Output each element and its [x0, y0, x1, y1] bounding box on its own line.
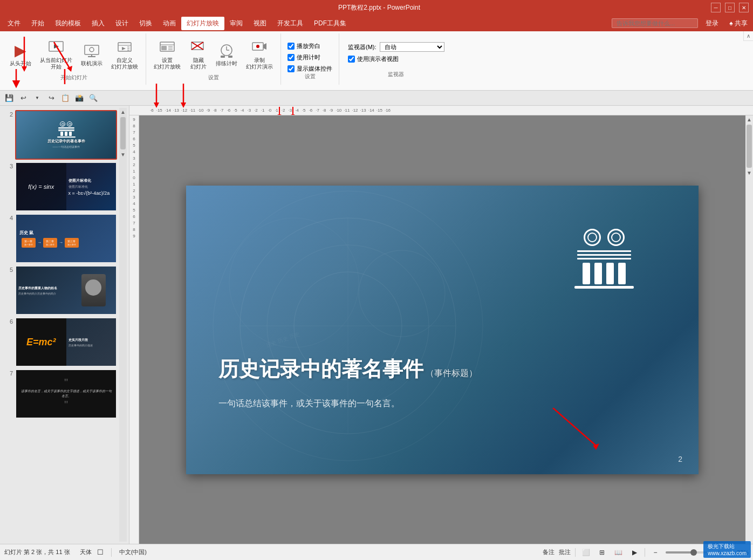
ribbon-group-settings: 设置幻灯片放映 隐藏幻灯片 [146, 33, 281, 85]
menu-pdf[interactable]: PDF工具集 [309, 17, 352, 30]
from-current-button[interactable]: 从当前幻灯片开始 [37, 37, 76, 72]
hide-icon [190, 39, 207, 56]
slide-preview-6[interactable]: E=mc² 史实片段片段 历史事件的简介描述 [15, 317, 117, 367]
custom-show-label: 自定义幻灯片放映 [111, 57, 138, 70]
ribbon-group-checkboxes: 播放旁白 使用计时 显示媒体控件 设置 [281, 33, 339, 85]
slide-thumb-3[interactable]: 3 f(x) = sinx 使图片标准化 使图片标准化 x = -b±√(b²-… [4, 162, 117, 211]
setup-icon [159, 39, 176, 56]
ribbon-group-start: ▶ 从头开始 从当前幻灯片开始 [2, 33, 146, 85]
app-title: PPT教程2.pptx - PowerPoint [47, 3, 711, 12]
slide-content-7: " 该事件的名言，或关于该事件的文字描述，或关于该事件的一句名言。 " [16, 370, 116, 418]
slideshow-btn[interactable]: ▶ [628, 547, 640, 558]
menu-slideshow[interactable]: 幻灯片放映 [181, 17, 224, 30]
slide-quote-text: 一句话总结该事件，或关于该事件的一句名言。 [218, 398, 580, 409]
presenter-checkbox[interactable] [348, 56, 355, 63]
timing-checkbox[interactable] [287, 54, 295, 61]
vertical-ruler: 9876543210123456789 [129, 115, 139, 544]
canvas-scroll-down[interactable]: ▼ [747, 170, 752, 176]
slide-preview-2[interactable]: 历史记录中的著名事件 ——一句话总结该事件 [15, 110, 117, 160]
horizontal-ruler: ·6·15·14·13·12·11·10·9·8·7·6·5·4·3·2·1·0… [129, 106, 753, 115]
menu-insert[interactable]: 插入 [86, 17, 110, 30]
menu-file[interactable]: 文件 [2, 17, 26, 30]
media-checkbox[interactable] [287, 65, 295, 72]
menu-view[interactable]: 视图 [248, 17, 272, 30]
redo-button[interactable]: ↪ [45, 92, 57, 104]
slide-thumb-4[interactable]: 4 历史 鼠 第一章第一章节 → 第二章第二章节 → 第三章第三章节 [4, 214, 117, 263]
search-input[interactable] [612, 18, 698, 28]
use-timing-check[interactable]: 使用计时 [287, 53, 332, 62]
scroll-up-arrow[interactable]: ▲ [120, 109, 126, 115]
slide-sorter-btn[interactable]: ⊞ [596, 547, 608, 558]
menu-animation[interactable]: 动画 [158, 17, 181, 30]
canvas-scroll-thumb[interactable] [747, 125, 752, 168]
zoom-slider[interactable] [666, 551, 709, 554]
slide-preview-4[interactable]: 历史 鼠 第一章第一章节 → 第二章第二章节 → 第三章第三章节 [15, 214, 117, 263]
slide-info: 幻灯片 第 2 张，共 11 张 [4, 548, 70, 556]
canvas-scroll-up[interactable]: ▲ [747, 117, 752, 122]
monitor-select[interactable]: 自动 主显示器 [380, 42, 444, 52]
clipboard-button[interactable]: 📋 [59, 92, 71, 104]
slide-panel-scrollbar[interactable]: ▲ ▼ [119, 108, 127, 542]
maximize-button[interactable]: □ [725, 3, 735, 12]
online-show-label: 联机演示 [81, 60, 102, 67]
online-show-button[interactable]: 联机演示 [78, 40, 106, 69]
slide-thumb-2[interactable]: 2 [4, 110, 117, 160]
slide-thumb-6[interactable]: 6 E=mc² 史实片段片段 历史事件的简介描述 [4, 317, 117, 367]
slide-preview-7[interactable]: " 该事件的名言，或关于该事件的文字描述，或关于该事件的一句名言。 " [15, 369, 117, 419]
play-narration-check[interactable]: 播放旁白 [287, 42, 332, 50]
show-media-check[interactable]: 显示媒体控件 [287, 65, 332, 73]
canvas-scrollbar[interactable]: ▲ ▼ [745, 115, 753, 544]
reading-view-btn[interactable]: 📖 [612, 547, 624, 558]
undo-dropdown[interactable]: ▼ [31, 92, 43, 104]
narration-checkbox[interactable] [287, 43, 295, 50]
play-icon: ▶ [12, 42, 29, 59]
svg-text:历史 历史 历史: 历史 历史 历史 [265, 331, 300, 349]
window-controls[interactable]: ─ □ ✕ [711, 3, 749, 12]
slide-num-6: 6 [4, 317, 13, 325]
slide-preview-5[interactable]: 历史事件的重要人物的姓名 历史事件的简介历史事件的简介 [15, 265, 117, 315]
record-button[interactable]: 录制幻灯片演示 [243, 37, 276, 72]
svg-marker-8 [122, 47, 126, 50]
notes-btn[interactable]: 备注 [543, 548, 555, 556]
svg-rect-2 [85, 45, 99, 54]
setup-button[interactable]: 设置幻灯片放映 [150, 37, 184, 72]
search-qa-button[interactable]: 🔍 [87, 92, 99, 104]
comments-btn[interactable]: 批注 [559, 548, 571, 556]
close-button[interactable]: ✕ [739, 3, 749, 12]
main-slide: 历史 历史 历史 01 01 01 015 015 015 [186, 186, 699, 474]
layout-btn[interactable]: ☐ [97, 548, 104, 556]
quick-access-toolbar: 💾 ↩ ▼ ↪ 📋 📸 🔍 [0, 91, 753, 106]
zoom-out-btn[interactable]: − [649, 547, 661, 558]
slide-thumb-5[interactable]: 5 历史事件的重要人物的姓名 历史事件的简介历史事件的简介 [4, 265, 117, 315]
camera-button[interactable]: 📸 [73, 92, 85, 104]
ribbon-collapse-button[interactable]: ∧ [743, 31, 753, 41]
from-start-button[interactable]: ▶ 从头开始 [6, 40, 35, 69]
slide-preview-3[interactable]: f(x) = sinx 使图片标准化 使图片标准化 x = -b±√(b²-4a… [15, 162, 117, 211]
hide-button[interactable]: 隐藏幻灯片 [186, 37, 210, 72]
minimize-button[interactable]: ─ [711, 3, 721, 12]
presenter-view-check[interactable]: 使用演示者视图 [348, 55, 444, 63]
undo-button[interactable]: ↩ [17, 92, 29, 104]
menu-review[interactable]: 审阅 [224, 17, 248, 30]
slide-num-3: 3 [4, 162, 13, 169]
custom-show-button[interactable]: 自定义幻灯片放映 [108, 37, 141, 72]
menu-design[interactable]: 设计 [110, 17, 134, 30]
menu-template[interactable]: 我的模板 [50, 17, 86, 30]
slide-thumb-7[interactable]: 7 " 该事件的名言，或关于该事件的文字描述，或关于该事件的一句名言。 " [4, 369, 117, 419]
slide-page-number: 2 [678, 455, 682, 463]
menu-start[interactable]: 开始 [26, 17, 50, 30]
scroll-down-arrow[interactable]: ▼ [120, 152, 126, 158]
svg-point-37 [229, 218, 359, 347]
login-button[interactable]: 登录 [702, 18, 722, 29]
save-qa-button[interactable]: 💾 [3, 92, 15, 104]
share-button[interactable]: ♠ 共享 [726, 18, 751, 29]
menu-transition[interactable]: 切换 [134, 17, 158, 30]
record-label: 录制幻灯片演示 [246, 57, 273, 70]
rehearse-button[interactable]: 排练计时 [213, 40, 241, 69]
scroll-thumb[interactable] [120, 117, 126, 149]
svg-marker-24 [263, 43, 266, 50]
menu-dev[interactable]: 开发工具 [272, 17, 309, 30]
slide-content-2: 历史记录中的著名事件 ——一句话总结该事件 [16, 111, 116, 159]
normal-view-btn[interactable]: ⬜ [580, 547, 592, 558]
column-icon [574, 229, 634, 289]
